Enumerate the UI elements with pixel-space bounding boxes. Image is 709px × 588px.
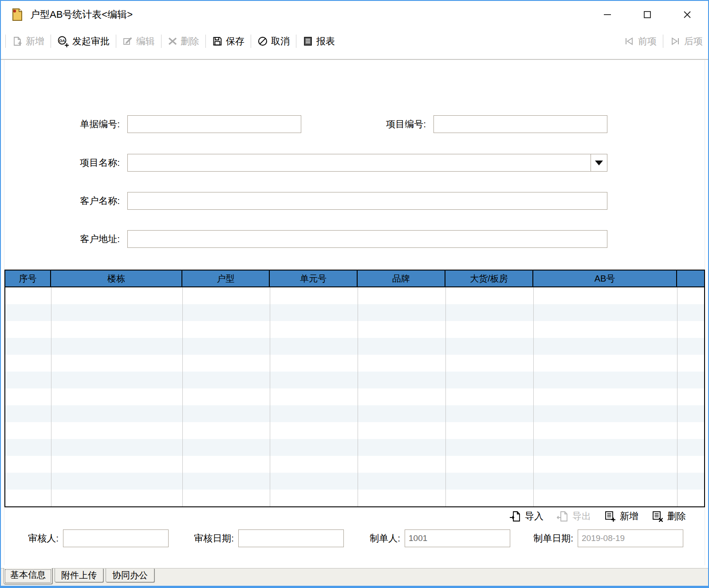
save-button[interactable]: 保存 [212,35,244,47]
main-toolbar: 新增 OA 发起审批 编辑 删除 保存 [1,29,708,53]
header-seq: 序号 [5,270,51,286]
report-button-label: 报表 [316,35,335,47]
start-approval-label: 发起审批 [72,35,110,47]
project-name-dropdown-button[interactable] [591,154,607,171]
minimize-icon [603,10,612,20]
svg-text:OA: OA [59,38,65,43]
row-add-icon [604,511,616,522]
table-toolbar: 导入 导出 新增 删除 [509,510,686,522]
customer-name-label: 客户名称: [27,192,120,210]
close-button[interactable] [667,1,707,28]
header-building: 楼栋 [51,270,182,286]
window-title: 户型AB号统计表<编辑> [30,8,133,21]
project-name-dropdown [127,154,607,172]
next-record-button[interactable]: 后项 [670,35,703,47]
make-date-input[interactable] [578,529,683,547]
maximize-button[interactable] [627,1,667,28]
audit-date-input[interactable] [238,529,344,547]
toolbar-separator [116,35,116,48]
edit-button-label: 编辑 [136,35,155,47]
row-delete-icon [652,511,664,522]
toolbar-separator [251,35,251,48]
detail-table-body[interactable] [5,287,704,506]
export-button[interactable]: 导出 [557,510,591,522]
delete-button[interactable]: 删除 [168,35,199,47]
save-icon [212,36,223,47]
cancel-icon [257,36,268,47]
delete-button-label: 删除 [181,35,199,47]
column-divider [270,287,270,506]
document-number-input[interactable] [127,115,301,133]
column-divider [533,287,534,506]
auditor-input[interactable] [63,529,169,547]
previous-record-button[interactable]: 前项 [623,35,657,47]
maker-input[interactable] [405,529,510,547]
project-number-input[interactable] [433,115,607,133]
header-housetype: 户型 [182,270,270,286]
row-delete-button[interactable]: 删除 [652,510,686,522]
project-number-label: 项目编号: [333,115,426,133]
report-icon [303,36,313,47]
bottom-tabbar: 基本信息 附件上传 协同办公 [1,568,708,586]
tab-attachment-upload[interactable]: 附件上传 [55,568,103,582]
column-divider [51,287,51,506]
toolbar-divider [1,59,708,60]
new-doc-icon [12,36,23,47]
import-button[interactable]: 导入 [509,510,544,522]
add-button-label: 新增 [26,35,44,47]
toolbar-separator [296,35,296,48]
next-record-label: 后项 [684,35,703,47]
header-bulk-sample: 大货/板房 [445,270,533,286]
row-add-button[interactable]: 新增 [604,510,638,522]
import-button-label: 导入 [525,510,544,522]
auditor-label: 审核人: [10,529,59,547]
project-name-label: 项目名称: [27,154,120,172]
oa-approval-icon: OA [57,35,69,47]
cancel-button[interactable]: 取消 [257,35,290,47]
minimize-button[interactable] [587,1,627,28]
import-icon [509,511,521,522]
tab-basic-info[interactable]: 基本信息 [4,568,52,584]
header-brand: 品牌 [358,270,445,286]
toolbar-separator [5,35,6,48]
toolbar-separator [663,35,663,48]
header-ab-number: AB号 [533,270,677,286]
app-window: 户型AB号统计表<编辑> 新增 OA 发起审批 [0,0,709,588]
app-document-icon [10,7,25,22]
prev-icon [623,36,635,46]
column-divider [182,287,183,506]
column-divider [677,287,677,506]
window-controls [587,1,707,28]
customer-address-input[interactable] [127,230,607,248]
edit-button[interactable]: 编辑 [122,35,155,47]
make-date-label: 制单日期: [513,529,573,547]
column-divider [445,287,446,506]
header-unit: 单元号 [270,270,358,286]
save-button-label: 保存 [226,35,244,47]
next-icon [670,36,681,46]
customer-name-input[interactable] [127,192,607,210]
previous-record-label: 前项 [638,35,657,47]
export-icon [557,511,569,522]
edit-icon [122,36,133,47]
header-extra [677,270,704,286]
project-name-input[interactable] [128,154,591,171]
row-delete-button-label: 删除 [667,510,686,522]
tab-collaboration[interactable]: 协同办公 [106,568,154,582]
maximize-icon [642,10,652,20]
chevron-down-icon [595,161,603,165]
close-icon [682,10,692,20]
export-button-label: 导出 [572,510,591,522]
report-button[interactable]: 报表 [303,35,335,47]
toolbar-separator [51,35,51,48]
add-button[interactable]: 新增 [12,35,44,47]
toolbar-separator [205,35,206,48]
column-divider [358,287,358,506]
titlebar: 户型AB号统计表<编辑> [1,1,708,28]
start-approval-button[interactable]: OA 发起审批 [57,35,110,47]
cancel-button-label: 取消 [271,35,290,47]
audit-date-label: 审核日期: [174,529,234,547]
document-number-label: 单据编号: [27,115,120,133]
maker-label: 制单人: [351,529,400,547]
customer-address-label: 客户地址: [27,230,120,248]
